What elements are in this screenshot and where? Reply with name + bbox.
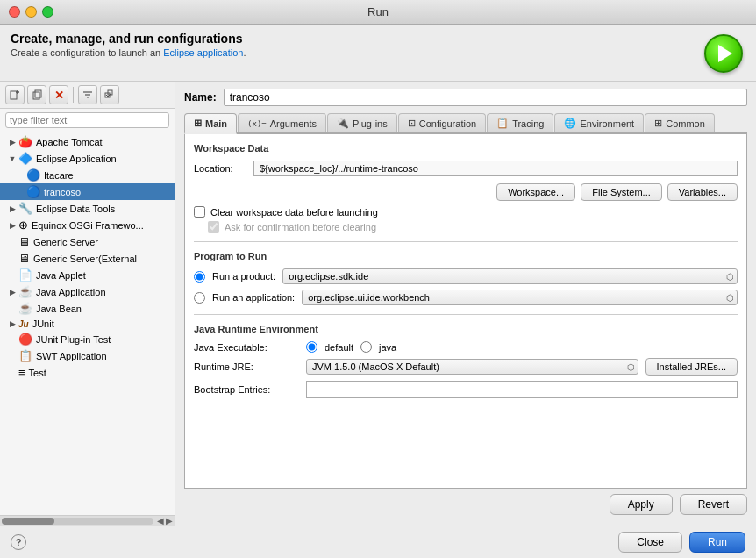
tab-content-main: Workspace Data Location: Workspace... Fi… <box>184 134 747 489</box>
sidebar-item-label: Generic Server(External <box>33 254 137 264</box>
collapse-button[interactable] <box>100 85 119 104</box>
sidebar-item-eclipse-application[interactable]: ▼ 🔷 Eclipse Application <box>0 150 175 167</box>
sidebar-item-generic-server-external[interactable]: ▶ 🖥 Generic Server(External <box>0 250 175 267</box>
scroll-left[interactable]: ◀ <box>157 516 164 526</box>
workspace-button[interactable]: Workspace... <box>496 183 575 201</box>
installed-jres-button[interactable]: Installed JREs... <box>645 358 738 376</box>
sidebar-item-java-bean[interactable]: ▶ ☕ Java Bean <box>0 300 175 317</box>
confirm-clear-row: Ask for confirmation before clearing <box>194 221 738 232</box>
sidebar-toolbar: ✕ <box>0 82 175 109</box>
java-radio-label: java <box>379 342 396 353</box>
runtime-jre-select[interactable]: JVM 1.5.0 (MacOS X Default) <box>306 359 638 375</box>
toolbar-separator <box>73 87 74 103</box>
filter-input[interactable] <box>5 112 169 128</box>
location-input[interactable] <box>253 161 738 176</box>
tabs-container: ⊞ Main (x)= Arguments 🔌 Plug-ins ⊡ Confi… <box>184 113 747 134</box>
revert-button[interactable]: Revert <box>680 494 747 515</box>
duplicate-config-button[interactable] <box>27 85 46 104</box>
sidebar-item-java-application[interactable]: ▶ ☕ Java Application <box>0 283 175 300</box>
delete-config-button[interactable]: ✕ <box>49 85 68 104</box>
location-buttons: Workspace... File System... Variables... <box>194 183 738 201</box>
name-row: Name: <box>184 89 747 106</box>
sidebar-scrollbar[interactable]: ◀ ▶ <box>0 515 175 526</box>
run-product-row: Run a product: org.eclipse.sdk.ide ⬡ <box>194 268 738 284</box>
junit-icon: Ju <box>18 319 29 329</box>
filesystem-button[interactable]: File System... <box>581 183 662 201</box>
java-applet-icon: 📄 <box>18 268 32 282</box>
sidebar-item-label: trancoso <box>44 187 81 197</box>
bootstrap-label: Bootstrap Entries: <box>194 384 299 395</box>
close-button[interactable]: Close <box>618 532 682 553</box>
sidebar-item-test[interactable]: ▶ ≡ Test <box>0 364 175 381</box>
run-product-select[interactable]: org.eclipse.sdk.ide <box>282 268 738 284</box>
tomcat-icon: 🍅 <box>18 135 32 148</box>
sidebar-item-label: JUnit <box>32 318 54 329</box>
tab-environment-label: Environment <box>580 118 634 129</box>
app-icon: 🔵 <box>26 185 40 198</box>
apply-button[interactable]: Apply <box>610 494 673 515</box>
location-label: Location: <box>194 163 246 174</box>
sidebar-item-label: Equinox OSGi Framewo... <box>32 220 144 231</box>
tab-common[interactable]: ⊞ Common <box>645 113 715 132</box>
clear-workspace-row: Clear workspace data before launching <box>194 206 738 218</box>
junit-plugin-icon: 🔴 <box>18 333 32 346</box>
bootstrap-input[interactable] <box>306 381 738 398</box>
sidebar-item-swt[interactable]: ▶ 📋 SWT Application <box>0 347 175 364</box>
tab-plugins[interactable]: 🔌 Plug-ins <box>327 113 397 132</box>
sidebar-item-trancoso[interactable]: 🔵 trancoso <box>0 183 175 200</box>
java-executable-row: Java Executable: default java <box>194 341 738 353</box>
close-button[interactable] <box>9 6 20 18</box>
name-input[interactable] <box>224 89 747 106</box>
sidebar-item-eclipse-data-tools[interactable]: ▶ 🔧 Eclipse Data Tools <box>0 200 175 217</box>
run-button-large[interactable] <box>704 34 743 73</box>
minimize-button[interactable] <box>25 6 37 18</box>
sidebar-item-label: Test <box>29 368 46 378</box>
tab-plugins-label: Plug-ins <box>353 118 388 129</box>
sidebar-item-equinox[interactable]: ▶ ⊕ Equinox OSGi Framewo... <box>0 217 175 233</box>
help-button[interactable]: ? <box>11 534 26 550</box>
tab-configuration-label: Configuration <box>419 118 476 129</box>
sidebar-item-junit[interactable]: ▶ Ju JUnit <box>0 317 175 331</box>
bootstrap-row: Bootstrap Entries: <box>194 381 738 398</box>
name-label: Name: <box>184 91 217 104</box>
default-radio-label: default <box>325 342 353 353</box>
tab-tracing[interactable]: 📋 Tracing <box>487 113 553 132</box>
run-application-select[interactable]: org.eclipse.ui.ide.workbench <box>302 290 738 305</box>
filter-button[interactable] <box>78 85 97 104</box>
run-application-radio[interactable] <box>194 292 205 304</box>
clear-workspace-label: Clear workspace data before launching <box>210 207 378 218</box>
sidebar-item-java-applet[interactable]: ▶ 📄 Java Applet <box>0 267 175 283</box>
tab-main-label: Main <box>205 118 227 129</box>
run-product-radio[interactable] <box>194 271 205 283</box>
sidebar-item-generic-server[interactable]: ▶ 🖥 Generic Server <box>0 233 175 250</box>
equinox-icon: ⊕ <box>18 218 28 232</box>
tab-arguments[interactable]: (x)= Arguments <box>238 113 326 132</box>
default-radio[interactable] <box>306 341 317 353</box>
tab-configuration[interactable]: ⊡ Configuration <box>398 113 486 132</box>
scroll-right[interactable]: ▶ <box>166 516 173 526</box>
sidebar-item-label: Java Bean <box>36 304 82 314</box>
sidebar-item-junit-plugin[interactable]: ▶ 🔴 JUnit Plug-in Test <box>0 331 175 347</box>
bottom-right-buttons: Close Run <box>618 532 745 553</box>
workspace-data-title: Workspace Data <box>194 143 738 154</box>
tree-area: ▶ 🍅 Apache Tomcat ▼ 🔷 Eclipse Applicatio… <box>0 132 175 515</box>
run-button[interactable]: Run <box>689 532 745 553</box>
scroll-thumb[interactable] <box>2 518 54 525</box>
sidebar-item-itacare[interactable]: 🔵 Itacare <box>0 167 175 183</box>
clear-workspace-checkbox[interactable] <box>194 206 205 218</box>
tab-main[interactable]: ⊞ Main <box>184 113 237 134</box>
program-to-run-title: Program to Run <box>194 251 738 261</box>
runtime-jre-label: Runtime JRE: <box>194 361 299 372</box>
new-config-button[interactable] <box>5 85 25 104</box>
server-ext-icon: 🖥 <box>18 252 30 265</box>
java-executable-label: Java Executable: <box>194 342 299 353</box>
java-radio[interactable] <box>360 341 372 353</box>
tab-environment[interactable]: 🌐 Environment <box>554 113 644 132</box>
maximize-button[interactable] <box>42 6 53 18</box>
header-link[interactable]: Eclipse application <box>163 47 243 58</box>
confirm-clear-checkbox[interactable] <box>208 221 219 232</box>
location-row: Location: <box>194 161 738 176</box>
svg-rect-3 <box>33 92 39 99</box>
variables-button[interactable]: Variables... <box>667 183 738 201</box>
sidebar-item-apache-tomcat[interactable]: ▶ 🍅 Apache Tomcat <box>0 133 175 150</box>
